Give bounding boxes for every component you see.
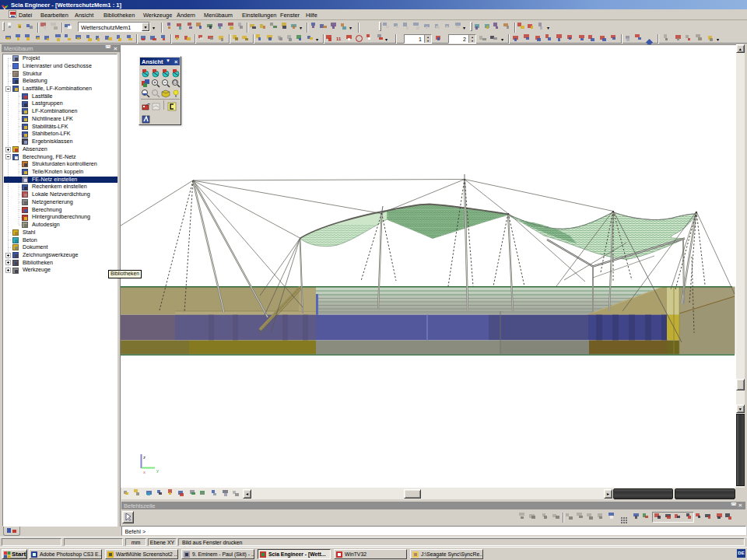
svg-text:y: y [156,468,159,473]
svg-text:z: z [143,455,146,460]
svg-text:x: x [143,470,146,474]
